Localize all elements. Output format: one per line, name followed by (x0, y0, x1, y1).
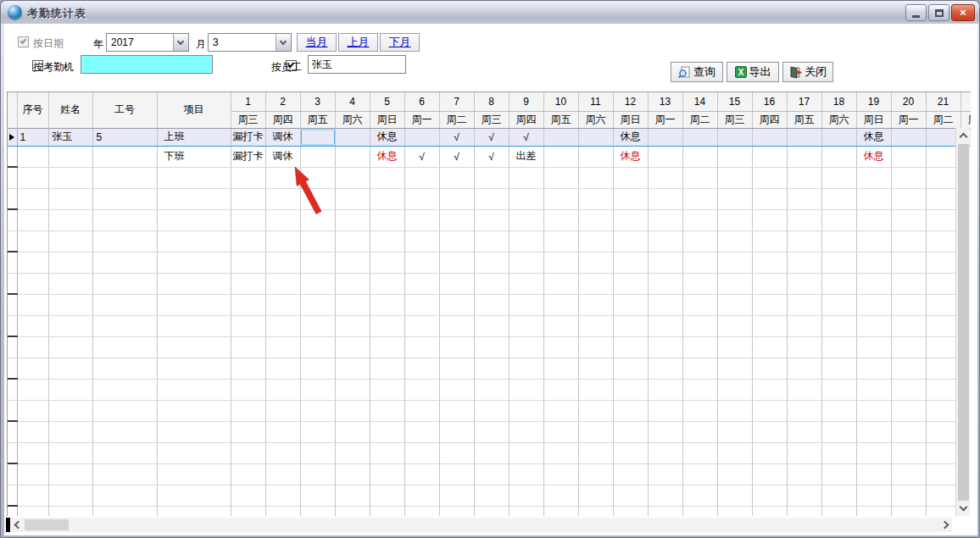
year-select[interactable]: 2017 (106, 33, 189, 52)
day-cell[interactable] (717, 188, 752, 209)
grid-cell[interactable] (48, 463, 92, 485)
day-cell[interactable] (787, 230, 821, 252)
grid-cell[interactable] (92, 463, 157, 485)
day-cell[interactable] (265, 506, 300, 516)
day-cell[interactable] (891, 315, 926, 336)
day-cell[interactable] (648, 128, 682, 146)
day-cell[interactable] (682, 506, 717, 516)
day-cell[interactable] (300, 315, 335, 336)
day-cell[interactable] (543, 421, 578, 442)
grid-cell[interactable] (17, 252, 48, 273)
day-cell[interactable] (265, 209, 300, 230)
day-cell[interactable] (856, 442, 891, 463)
day-cell[interactable] (752, 400, 787, 421)
day-cell[interactable] (752, 485, 787, 506)
day-cell[interactable] (787, 315, 821, 336)
grid-cell[interactable] (92, 209, 157, 230)
day-cell[interactable] (578, 167, 613, 188)
day-cell[interactable] (752, 273, 787, 294)
grid-cell[interactable] (157, 358, 231, 379)
day-cell[interactable] (231, 209, 265, 230)
day-cell[interactable] (231, 442, 265, 463)
day-cell[interactable] (543, 463, 578, 485)
day-cell[interactable] (370, 294, 404, 315)
day-cell[interactable] (752, 188, 787, 209)
employee-input[interactable] (308, 55, 406, 74)
grid-cell[interactable] (157, 379, 231, 400)
day-cell[interactable] (300, 230, 335, 252)
day-cell[interactable] (821, 506, 856, 516)
day-cell[interactable] (682, 421, 717, 442)
day-cell[interactable] (300, 463, 335, 485)
day-cell[interactable] (717, 421, 752, 442)
day-cell[interactable] (648, 252, 682, 273)
day-cell[interactable] (613, 294, 648, 315)
day-cell[interactable] (578, 252, 613, 273)
day-cell[interactable] (265, 442, 300, 463)
day-cell[interactable] (821, 167, 856, 188)
record-selector-cell[interactable] (8, 252, 17, 273)
day-cell[interactable] (474, 167, 509, 188)
day-cell[interactable] (752, 209, 787, 230)
prev-month-button[interactable]: 上月 (338, 33, 378, 52)
day-cell[interactable] (682, 400, 717, 421)
day-cell[interactable] (578, 146, 613, 167)
day-cell[interactable] (300, 336, 335, 358)
day-cell[interactable] (648, 315, 682, 336)
day-cell[interactable] (265, 294, 300, 315)
close-form-button[interactable]: 关闭 (782, 62, 833, 82)
grid-cell[interactable]: 张玉 (48, 128, 92, 146)
day-cell[interactable] (439, 442, 474, 463)
day-cell[interactable] (231, 336, 265, 358)
day-cell[interactable] (787, 336, 821, 358)
day-cell[interactable] (231, 358, 265, 379)
day-cell[interactable] (682, 252, 717, 273)
horizontal-scrollbar[interactable] (11, 518, 952, 532)
grid-cell[interactable]: 5 (92, 128, 157, 146)
day-cell[interactable] (787, 358, 821, 379)
scroll-left-icon[interactable] (14, 521, 23, 530)
grid-cell[interactable] (48, 506, 92, 516)
day-cell[interactable] (578, 379, 613, 400)
grid-cell[interactable] (48, 358, 92, 379)
grid-cell[interactable] (157, 230, 231, 252)
day-cell[interactable] (439, 315, 474, 336)
day-cell[interactable] (787, 294, 821, 315)
day-cell[interactable] (509, 188, 543, 209)
query-button[interactable]: 查询 (671, 62, 723, 82)
day-cell[interactable] (752, 167, 787, 188)
grid-cell[interactable] (17, 188, 48, 209)
day-cell[interactable] (509, 336, 543, 358)
day-cell[interactable] (509, 230, 543, 252)
grid-cell[interactable] (92, 358, 157, 379)
day-cell[interactable] (578, 485, 613, 506)
record-selector-cell[interactable] (8, 379, 17, 400)
day-cell[interactable]: 休息 (613, 128, 648, 146)
vertical-scrollbar-thumb[interactable] (958, 144, 969, 501)
current-month-button[interactable]: 当月 (297, 33, 337, 52)
day-cell[interactable] (891, 421, 926, 442)
day-cell[interactable] (856, 421, 891, 442)
record-selector-cell[interactable] (8, 358, 17, 379)
day-cell[interactable]: 休息 (370, 146, 404, 167)
record-selector-cell[interactable] (8, 442, 17, 463)
day-cell[interactable] (370, 336, 404, 358)
day-cell[interactable] (613, 379, 648, 400)
day-cell[interactable] (404, 188, 439, 209)
day-cell[interactable] (578, 188, 613, 209)
day-cell[interactable] (543, 442, 578, 463)
day-cell[interactable] (856, 209, 891, 230)
day-cell[interactable] (891, 485, 926, 506)
day-cell[interactable] (370, 188, 404, 209)
day-cell[interactable] (891, 188, 926, 209)
day-cell[interactable] (439, 167, 474, 188)
day-cell[interactable] (439, 358, 474, 379)
day-cell[interactable] (300, 146, 335, 167)
day-cell[interactable] (578, 400, 613, 421)
day-cell[interactable]: √ (509, 128, 543, 146)
grid-cell[interactable] (48, 294, 92, 315)
day-cell[interactable] (265, 230, 300, 252)
day-cell[interactable] (335, 230, 370, 252)
day-cell[interactable] (300, 252, 335, 273)
day-cell[interactable] (404, 252, 439, 273)
